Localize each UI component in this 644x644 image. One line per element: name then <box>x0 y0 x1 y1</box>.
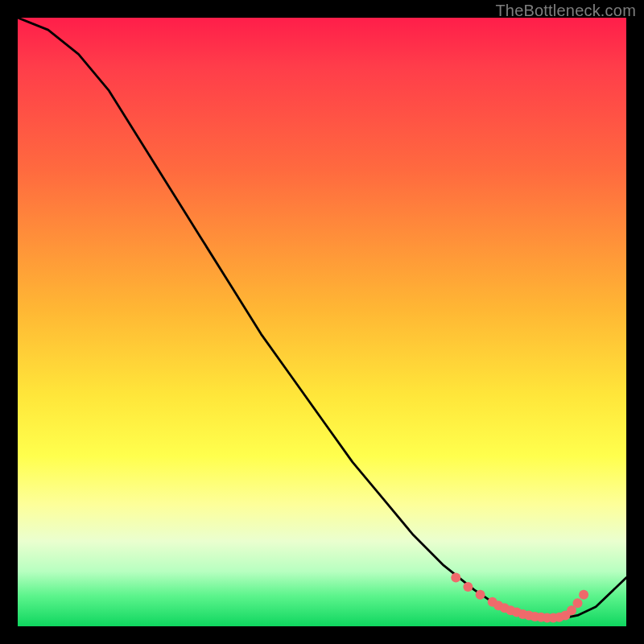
bottleneck-chart <box>18 18 626 626</box>
highlight-dot <box>579 590 588 600</box>
highlight-dot <box>451 573 460 583</box>
watermark-text: TheBottleneck.com <box>495 2 636 20</box>
curve-line <box>18 18 626 618</box>
highlight-dot <box>476 590 485 600</box>
chart-frame: TheBottleneck.com <box>0 0 644 644</box>
highlight-dot <box>573 598 583 608</box>
highlight-dot <box>463 582 473 592</box>
plot-area <box>18 18 626 626</box>
